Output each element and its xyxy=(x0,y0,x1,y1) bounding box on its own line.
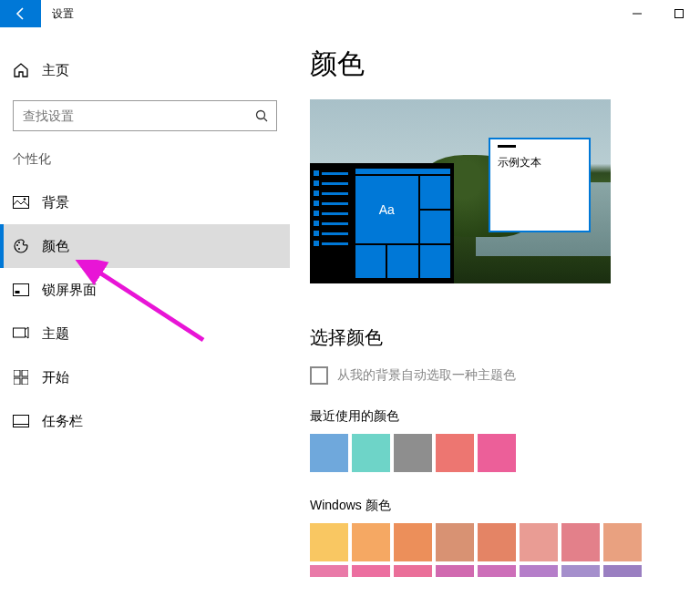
sidebar-item-label: 背景 xyxy=(42,194,69,211)
preview-sample-window: 示例文本 xyxy=(489,138,591,232)
color-swatch[interactable] xyxy=(561,565,600,577)
color-swatch[interactable] xyxy=(478,434,516,472)
minimize-icon xyxy=(633,9,642,18)
start-icon xyxy=(13,370,29,385)
svg-point-6 xyxy=(16,244,18,246)
search-input[interactable] xyxy=(14,108,247,123)
color-swatch[interactable] xyxy=(394,565,432,577)
svg-point-5 xyxy=(24,198,26,201)
svg-rect-9 xyxy=(14,284,29,296)
back-button[interactable] xyxy=(0,0,41,27)
color-swatch[interactable] xyxy=(436,523,474,561)
svg-rect-10 xyxy=(15,291,20,293)
sidebar-item-lockscreen[interactable]: 锁屏界面 xyxy=(0,268,290,312)
window-controls xyxy=(616,0,700,27)
color-swatch[interactable] xyxy=(310,434,348,472)
color-swatch[interactable] xyxy=(310,523,348,561)
svg-rect-13 xyxy=(22,370,28,376)
svg-point-7 xyxy=(18,242,20,243)
auto-pick-label: 从我的背景自动选取一种主题色 xyxy=(337,367,516,384)
arrow-left-icon xyxy=(14,6,28,21)
windows-colors-label: Windows 颜色 xyxy=(310,498,680,514)
sidebar-category: 个性化 xyxy=(0,151,290,180)
section-choose-color: 选择颜色 xyxy=(310,325,680,350)
preview-tile-sample: Aa xyxy=(355,176,418,243)
svg-rect-15 xyxy=(22,378,28,385)
color-swatch[interactable] xyxy=(436,565,474,577)
sidebar-item-label: 任务栏 xyxy=(42,413,83,430)
sidebar-item-label: 开始 xyxy=(42,369,69,386)
color-swatch[interactable] xyxy=(352,523,390,561)
sidebar-item-label: 主题 xyxy=(42,325,69,343)
color-swatch[interactable] xyxy=(436,434,474,472)
windows-colors-grid xyxy=(310,523,680,577)
search-icon xyxy=(247,109,276,122)
sidebar-item-start[interactable]: 开始 xyxy=(0,355,290,399)
color-preview: Aa 示例文本 xyxy=(310,99,611,283)
sidebar-item-colors[interactable]: 颜色 xyxy=(0,224,290,268)
svg-line-3 xyxy=(264,118,268,122)
sidebar-item-themes[interactable]: 主题 xyxy=(0,312,290,355)
svg-rect-14 xyxy=(14,378,20,385)
color-swatch[interactable] xyxy=(561,523,600,561)
maximize-icon xyxy=(674,9,684,18)
color-swatch[interactable] xyxy=(603,565,642,577)
minimize-button[interactable] xyxy=(616,0,658,27)
titlebar: 设置 xyxy=(0,0,700,27)
palette-icon xyxy=(13,238,29,254)
color-swatch[interactable] xyxy=(352,434,390,472)
search-box[interactable] xyxy=(13,100,277,131)
svg-rect-1 xyxy=(675,10,684,18)
auto-pick-row[interactable]: 从我的背景自动选取一种主题色 xyxy=(310,366,680,385)
color-swatch[interactable] xyxy=(394,434,432,472)
svg-point-8 xyxy=(18,248,20,250)
page-title: 颜色 xyxy=(310,46,680,83)
themes-icon xyxy=(13,326,29,341)
svg-rect-16 xyxy=(14,416,29,427)
svg-rect-11 xyxy=(14,328,26,337)
svg-rect-12 xyxy=(14,370,20,376)
svg-point-2 xyxy=(257,111,265,119)
picture-icon xyxy=(13,196,29,209)
home-icon xyxy=(13,62,29,78)
color-swatch[interactable] xyxy=(603,523,642,561)
sidebar: 主页 个性化 背景 颜色 锁屏界面 xyxy=(0,27,290,597)
preview-start-menu: Aa xyxy=(310,163,454,283)
sidebar-item-background[interactable]: 背景 xyxy=(0,180,290,224)
color-swatch[interactable] xyxy=(394,523,432,561)
sidebar-item-label: 锁屏界面 xyxy=(42,282,97,299)
checkbox-icon[interactable] xyxy=(310,366,328,385)
color-swatch[interactable] xyxy=(478,523,516,561)
color-swatch[interactable] xyxy=(520,523,558,561)
taskbar-icon xyxy=(13,415,29,427)
color-swatch[interactable] xyxy=(310,565,348,577)
color-swatch[interactable] xyxy=(352,565,390,577)
sidebar-item-label: 颜色 xyxy=(42,238,69,255)
window-title: 设置 xyxy=(41,0,74,27)
main-content: 颜色 Aa xyxy=(290,27,700,597)
recent-colors-label: 最近使用的颜色 xyxy=(310,408,680,425)
maximize-button[interactable] xyxy=(658,0,700,27)
preview-sample-text: 示例文本 xyxy=(498,155,582,170)
color-swatch[interactable] xyxy=(520,565,558,577)
recent-colors-row xyxy=(310,434,680,472)
sidebar-home[interactable]: 主页 xyxy=(0,51,290,89)
sidebar-home-label: 主页 xyxy=(42,62,69,79)
color-swatch[interactable] xyxy=(478,565,516,577)
sidebar-item-taskbar[interactable]: 任务栏 xyxy=(0,399,290,443)
lockscreen-icon xyxy=(13,283,29,296)
